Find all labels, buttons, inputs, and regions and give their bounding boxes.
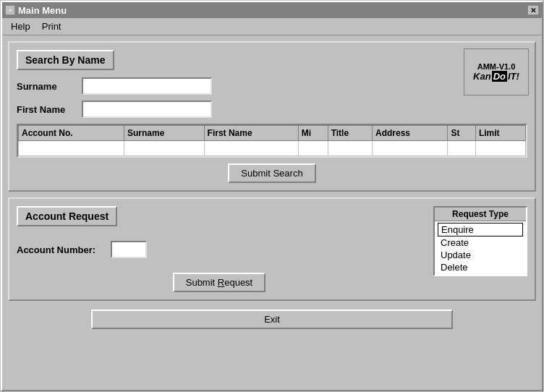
surname-row: Surname [17,77,527,95]
submit-search-button[interactable]: Submit Search [228,163,315,183]
request-type-label: Request Type [435,208,526,221]
logo-version: AMM-V1.0 [477,62,516,71]
account-section-title: Account Request [17,206,117,226]
search-btn-row: Submit Search [17,163,527,183]
exit-button[interactable]: Exit [91,310,453,329]
window-icon: ▪ [5,5,15,15]
logo-do: Do [492,71,507,82]
logo-kan: Kan [473,71,491,82]
col-limit: Limit [475,126,525,141]
surname-label: Surname [17,81,82,92]
submit-request-button[interactable]: Submit Request [173,273,266,292]
firstname-row: First Name [17,101,527,118]
exit-row: Exit [8,310,536,329]
menu-bar: Help Print [2,18,542,35]
account-content: Account Request Account Number: Submit R… [17,206,527,292]
col-firstname: First Name [204,126,298,141]
account-left: Account Request Account Number: Submit R… [17,206,422,292]
col-address: Address [372,126,448,141]
col-account-no: Account No. [19,126,124,141]
close-button[interactable]: ✕ [527,5,539,15]
search-section-title: Search By Name [17,50,114,70]
account-number-label: Account Number: [17,244,111,255]
request-type-update[interactable]: Update [438,249,523,261]
results-table: Account No. Surname First Name Mi Title … [18,125,526,156]
menu-help[interactable]: Help [5,20,36,33]
account-panel: Account Request Account Number: Submit R… [8,197,536,301]
main-window: ▪ Main Menu ✕ Help Print Search By Name … [1,1,543,391]
table-row [19,141,526,156]
logo-brand: KanDoIT! [473,71,519,82]
col-surname: Surname [124,126,204,141]
col-title: Title [328,126,372,141]
window-title: Main Menu [18,5,67,16]
request-type-box: Request Type Enquire Create Update Delet… [433,206,527,276]
request-type-delete[interactable]: Delete [438,261,523,273]
logo-it: IT [508,71,517,82]
firstname-label: First Name [17,104,82,115]
title-bar: ▪ Main Menu ✕ [2,2,542,18]
request-type-list: Enquire Create Update Delete [435,221,526,275]
account-btn-row: Submit Request [17,273,422,292]
request-type-create[interactable]: Create [438,237,523,249]
col-st: St [448,126,475,141]
search-panel: Search By Name AMM-V1.0 KanDoIT! Surname… [8,41,536,192]
logo-exclaim: ! [517,71,519,82]
account-number-input[interactable] [111,241,147,258]
firstname-input[interactable] [82,101,212,118]
request-type-enquire[interactable]: Enquire [438,223,523,237]
col-mi: Mi [298,126,328,141]
menu-print[interactable]: Print [36,20,67,33]
surname-input[interactable] [82,77,212,95]
account-right: Request Type Enquire Create Update Delet… [433,206,527,292]
account-number-row: Account Number: [17,241,422,258]
search-results-table: Account No. Surname First Name Mi Title … [17,124,527,158]
logo-area: AMM-V1.0 KanDoIT! [464,48,529,95]
